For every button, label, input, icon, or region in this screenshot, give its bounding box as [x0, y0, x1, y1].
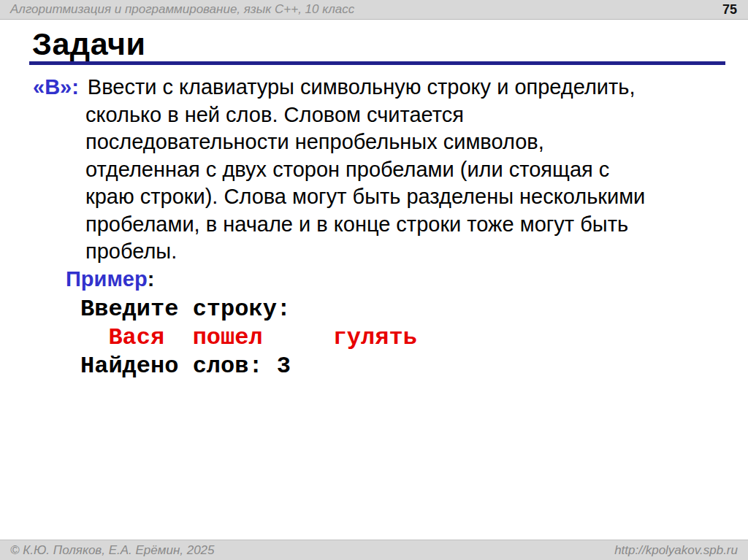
task-line: отделенная с двух сторон пробелами (или …	[33, 156, 645, 184]
task-line: пробелами, в начале и в конце строки тож…	[33, 211, 645, 239]
example-label-colon: :	[148, 267, 155, 291]
console-result-line: Найдено слов: 3	[80, 352, 645, 380]
console-prompt-line: Введите строку:	[80, 295, 645, 323]
header-bar: Алгоритмизация и программирование, язык …	[0, 0, 748, 20]
slide-body: «B»:Ввести с клавиатуры символьную строк…	[33, 74, 645, 380]
task-level-badge: «B»:	[33, 75, 79, 99]
page-number: 75	[722, 2, 737, 18]
footer-copyright: © К.Ю. Поляков, Е.А. Ерёмин, 2025	[10, 543, 215, 558]
task-text: Ввести с клавиатуры символьную строку и …	[88, 75, 636, 99]
example-console: Введите строку: Вася пошел гулять Найден…	[80, 295, 645, 380]
footer-url: http://kpolyakov.spb.ru	[614, 543, 738, 558]
task-line: краю строки). Слова могут быть разделены…	[33, 183, 645, 211]
task-line: «B»:Ввести с клавиатуры символьную строк…	[33, 74, 645, 101]
page-title: Задачи	[32, 26, 145, 62]
task-line: сколько в ней слов. Словом считается	[33, 101, 645, 129]
footer-bar: © К.Ю. Поляков, Е.А. Ерёмин, 2025 http:/…	[0, 540, 748, 560]
course-title: Алгоритмизация и программирование, язык …	[10, 2, 354, 17]
example-label-text: Пример	[66, 267, 148, 291]
title-underline	[29, 61, 725, 65]
task-paragraph: «B»:Ввести с клавиатуры символьную строк…	[33, 74, 645, 266]
example-label: Пример:	[66, 266, 645, 294]
console-input-line: Вася пошел гулять	[80, 323, 645, 352]
task-line: последовательности непробельных символов…	[33, 129, 645, 156]
task-line: пробелы.	[33, 238, 645, 266]
slide: Алгоритмизация и программирование, язык …	[0, 0, 748, 560]
